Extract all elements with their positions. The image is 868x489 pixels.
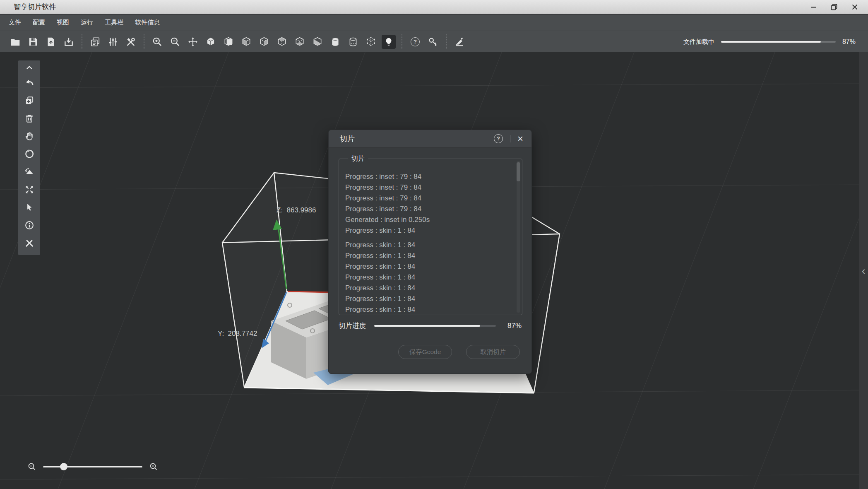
log-line: Progress : inset : 79 : 84 xyxy=(345,193,515,204)
log-line: Progress : skin : 1 : 84 xyxy=(345,240,515,251)
chevron-up-icon xyxy=(24,63,34,73)
help-button[interactable]: ? xyxy=(408,35,422,49)
slice-dialog-header: 切片 ? × xyxy=(329,130,531,147)
cube-solid-icon xyxy=(205,36,216,47)
toolbar-separator xyxy=(79,34,84,49)
view-bottom-face-button[interactable] xyxy=(293,35,307,49)
rotate-button[interactable] xyxy=(18,145,40,163)
info-button[interactable] xyxy=(18,216,40,234)
log-scrollbar[interactable] xyxy=(517,161,520,313)
cube-top-face-icon xyxy=(277,36,287,47)
view-section-button[interactable] xyxy=(310,35,325,49)
slice-dialog-buttons: 保存Gcode 取消切片 xyxy=(339,345,520,359)
duplicate-button[interactable] xyxy=(18,92,40,109)
zoom-in-small-button[interactable] xyxy=(147,460,160,473)
view-face-button[interactable] xyxy=(221,35,236,49)
collapse-panel-button[interactable] xyxy=(18,62,40,74)
file-loading-progress-fill xyxy=(721,41,821,43)
log-line: Progress : inset : 79 : 84 xyxy=(345,204,515,214)
menu-file[interactable]: 文件 xyxy=(9,19,21,26)
zoom-slider-track[interactable] xyxy=(43,466,142,467)
close-icon xyxy=(851,3,859,11)
zoom-slider-knob[interactable] xyxy=(60,463,67,470)
knife-icon xyxy=(454,36,465,47)
z-axis-value-label: Z: 863.9986 xyxy=(277,206,316,214)
parameter-settings-button[interactable] xyxy=(106,35,120,49)
import-button[interactable] xyxy=(62,35,76,49)
menu-run[interactable]: 运行 xyxy=(81,19,93,26)
export-file-button[interactable] xyxy=(44,35,58,49)
view-solid-button[interactable] xyxy=(204,35,218,49)
slice-log-list[interactable]: Progress : inset : 79 : 84 Progress : in… xyxy=(340,159,515,314)
toolbar: ? 文件加载中 87% xyxy=(0,31,868,52)
dialog-help-button[interactable]: ? xyxy=(494,134,503,143)
log-line: Generated : inset in 0.250s xyxy=(345,214,515,225)
slice-dialog: 切片 ? × 切片 Progress : inset : 79 : 84 Pro… xyxy=(328,130,532,374)
close-button[interactable] xyxy=(851,3,859,11)
move-button[interactable] xyxy=(186,35,200,49)
light-toggle-button[interactable] xyxy=(382,35,396,49)
log-line: Progress : skin : 1 : 84 xyxy=(345,261,515,272)
restore-icon xyxy=(830,3,838,11)
menu-about[interactable]: 软件信息 xyxy=(135,19,160,26)
magnifier-plus-icon xyxy=(149,462,159,472)
cancel-slice-button[interactable]: 取消切片 xyxy=(466,345,520,359)
view-left-face-button[interactable] xyxy=(239,35,253,49)
file-loading-label: 文件加载中 xyxy=(683,38,714,46)
log-line: Progress : skin : 1 : 84 xyxy=(345,225,515,236)
view-top-face-button[interactable] xyxy=(275,35,289,49)
menu-view[interactable]: 视图 xyxy=(57,19,69,26)
select-button[interactable] xyxy=(18,198,40,216)
pan-button[interactable] xyxy=(18,127,40,145)
cylinder-wire-button[interactable] xyxy=(346,35,360,49)
dialog-close-button[interactable]: × xyxy=(517,135,523,143)
delete-button[interactable] xyxy=(18,109,40,127)
save-gcode-button[interactable]: 保存Gcode xyxy=(398,345,452,359)
view-right-face-button[interactable] xyxy=(257,35,271,49)
minimize-icon xyxy=(809,3,818,11)
cut-tool-button[interactable] xyxy=(452,35,466,49)
mirror-button[interactable] xyxy=(18,163,40,181)
zoom-out-small-button[interactable] xyxy=(26,460,38,473)
side-toolbar xyxy=(18,60,40,255)
folder-icon xyxy=(10,36,21,47)
machine-config-button[interactable] xyxy=(88,35,102,49)
trash-icon xyxy=(24,113,35,124)
titlebar: 智享切片软件 xyxy=(0,0,868,14)
zoom-slider[interactable] xyxy=(43,463,142,471)
log-line: Progress : skin : 1 : 84 xyxy=(345,272,515,283)
zoom-in-button[interactable] xyxy=(150,35,164,49)
tools-button[interactable] xyxy=(124,35,138,49)
zoom-out-button[interactable] xyxy=(168,35,182,49)
help-icon: ? xyxy=(411,37,420,46)
log-line: Progress : skin : 1 : 84 xyxy=(345,251,515,261)
file-loading-percent: 87% xyxy=(842,38,856,46)
menu-config[interactable]: 配置 xyxy=(33,19,45,26)
restore-button[interactable] xyxy=(830,3,838,11)
menu-toolbar[interactable]: 工具栏 xyxy=(105,19,123,26)
y-axis-value-label: Y: 208.7742 xyxy=(218,330,257,338)
save-button[interactable] xyxy=(26,35,40,49)
cylinder-solid-button[interactable] xyxy=(328,35,342,49)
sliders-icon xyxy=(108,36,118,47)
repair-button[interactable] xyxy=(18,234,40,252)
cylinder-wire-icon xyxy=(348,36,358,47)
move-arrows-icon xyxy=(188,36,198,47)
right-panel-strip: ‹ xyxy=(859,52,868,489)
undo-button[interactable] xyxy=(18,74,40,92)
rotate-ccw-icon xyxy=(24,149,35,159)
file-upload-icon xyxy=(46,36,56,47)
zoom-in-icon xyxy=(152,36,163,47)
minimize-button[interactable] xyxy=(809,3,818,11)
license-key-button[interactable] xyxy=(426,35,440,49)
file-loading-indicator: 文件加载中 87% xyxy=(683,31,856,53)
fit-view-button[interactable] xyxy=(18,181,40,198)
save-icon xyxy=(28,36,38,47)
log-scrollbar-thumb[interactable] xyxy=(517,162,520,181)
key-icon xyxy=(428,36,438,47)
expand-right-panel-button[interactable]: ‹ xyxy=(859,265,868,276)
download-tray-icon xyxy=(63,36,74,47)
open-file-button[interactable] xyxy=(8,35,22,49)
info-icon xyxy=(24,220,35,231)
point-cloud-button[interactable] xyxy=(364,35,378,49)
